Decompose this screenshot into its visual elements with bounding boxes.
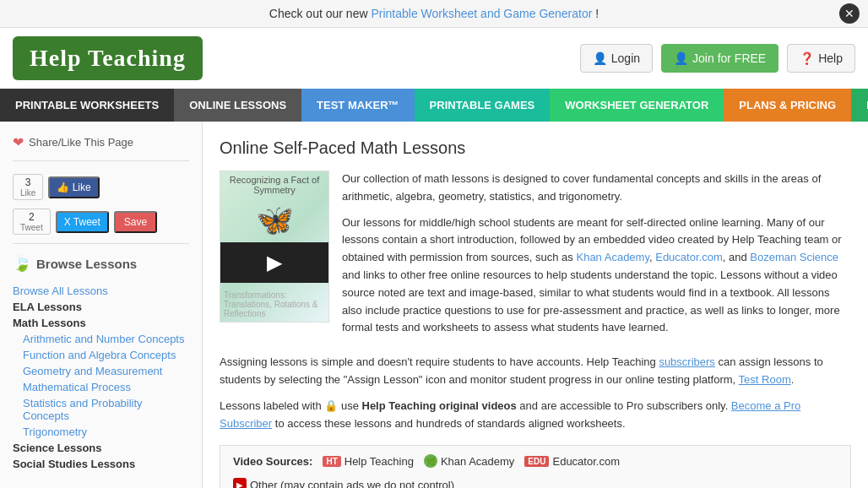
pro-notice: Lessons labeled with 🔒 use Help Teaching… [220, 398, 851, 433]
edu-label: Educator.com [552, 455, 620, 468]
fb-like-button[interactable]: 👍 Like [48, 176, 99, 198]
twitter-row: 2 Tweet X Tweet Save [13, 209, 189, 235]
browse-icon: 🍃 [13, 254, 31, 273]
save-button[interactable]: Save [114, 211, 157, 233]
navbar: PRINTABLE WORKSHEETS ONLINE LESSONS TEST… [0, 89, 868, 122]
vs-other: ▶ Other (may contain ads we do not contr… [233, 478, 454, 488]
edu-icon: EDU [524, 456, 549, 467]
sidebar-trigonometry[interactable]: Trigonometry [23, 424, 189, 440]
tweet-label: Tweet [20, 223, 43, 232]
vs-label: Video Sources: [233, 455, 312, 468]
video-thumbnail[interactable]: ▶ [220, 242, 328, 283]
logo: Help Teaching [13, 36, 203, 80]
browse-lessons-label: Browse Lessons [36, 257, 137, 271]
khan-icon: 🌿 [424, 454, 437, 468]
sidebar-browse-all[interactable]: Browse All Lessons [13, 283, 189, 299]
header: Help Teaching 👤 Login 👤 Join for FREE ❓ … [0, 28, 868, 89]
help-icon: ❓ [800, 52, 814, 65]
nav-online-lessons[interactable]: ONLINE LESSONS [174, 89, 301, 122]
pro-videos-label: Help Teaching original videos [362, 399, 517, 412]
butterfly-icon: 🦋 [256, 203, 294, 238]
fb-number: 3 [25, 176, 31, 188]
lock-icon: 🔒 [324, 399, 338, 412]
sidebar: ❤ Share/Like This Page 3 Like 👍 Like 2 T… [0, 122, 203, 488]
announcement-text: Check out our new [269, 7, 372, 20]
khan-link[interactable]: Khan Academy [576, 251, 648, 263]
announcement-link[interactable]: Printable Worksheet and Game Generator [371, 7, 592, 20]
video-sources: Video Sources: HT Help Teaching 🌿 Khan A… [220, 445, 851, 488]
main-content: ❤ Share/Like This Page 3 Like 👍 Like 2 T… [0, 122, 868, 488]
khan-label: Khan Academy [441, 455, 514, 468]
tweet-count: 2 Tweet [13, 209, 51, 235]
sidebar-arithmetic[interactable]: Arithmetic and Number Concepts [23, 331, 189, 347]
lesson-text: Our collection of math lessons is design… [342, 171, 851, 337]
bozeman-link[interactable]: Bozeman Science [750, 251, 838, 263]
nav-test-maker[interactable]: TEST MAKER™ [301, 89, 415, 122]
nav-worksheet-generator[interactable]: WORKSHEET GENERATOR [550, 89, 724, 122]
nav-plans-pricing[interactable]: PLANS & PRICING [724, 89, 851, 122]
lesson-image: Recognizing a Fact of Symmetry 🦋 ▶ Trans… [220, 171, 329, 323]
sidebar-science[interactable]: Science Lessons [13, 440, 189, 456]
login-label: Login [611, 52, 640, 65]
educator-link[interactable]: Educator.com [655, 251, 723, 263]
join-icon: 👤 [674, 52, 688, 65]
login-button[interactable]: 👤 Login [580, 44, 653, 73]
sidebar-math-process[interactable]: Mathematical Process [23, 379, 189, 395]
sidebar-ela[interactable]: ELA Lessons [13, 299, 189, 315]
ht-label: Help Teaching [344, 455, 414, 468]
tweet-button[interactable]: X Tweet [56, 211, 109, 233]
fb-count: 3 Like [13, 174, 43, 200]
help-label: Help [818, 52, 843, 65]
sidebar-math[interactable]: Math Lessons [13, 315, 189, 331]
subscribers-link[interactable]: subscribers [659, 355, 714, 368]
test-room-link[interactable]: Test Room [739, 373, 791, 386]
lesson-intro: Recognizing a Fact of Symmetry 🦋 ▶ Trans… [220, 171, 851, 337]
header-actions: 👤 Login 👤 Join for FREE ❓ Help [580, 44, 855, 73]
browse-lessons-header: 🍃 Browse Lessons [13, 243, 189, 273]
page-title: Online Self-Paced Math Lessons [220, 138, 851, 158]
sidebar-social-studies[interactable]: Social Studies Lessons [13, 456, 189, 472]
ht-icon: HT [323, 456, 340, 467]
share-icon: ❤ [13, 134, 24, 150]
nav-blog[interactable]: BLOG [851, 89, 868, 122]
intro-p2: Our lessons for middle/high school stude… [342, 214, 851, 338]
other-icon: ▶ [233, 478, 247, 488]
assign-notice: Assigning lessons is simple and doesn't … [220, 354, 851, 389]
intro-p1: Our collection of math lessons is design… [342, 171, 851, 206]
help-button[interactable]: ❓ Help [787, 44, 855, 73]
content-area: Online Self-Paced Math Lessons Recognizi… [203, 122, 868, 488]
other-label: Other (may contain ads we do not control… [250, 479, 454, 488]
tweet-number: 2 [29, 211, 35, 223]
announcement-bar: Check out our new Printable Worksheet an… [0, 0, 868, 28]
share-label: Share/Like This Page [29, 136, 133, 149]
sidebar-sub: Arithmetic and Number Concepts Function … [23, 331, 189, 440]
join-label: Join for FREE [692, 52, 766, 65]
close-button[interactable]: ✕ [839, 3, 860, 24]
join-button[interactable]: 👤 Join for FREE [661, 44, 778, 73]
vs-edu: EDU Educator.com [524, 455, 620, 468]
fb-label: Like [20, 188, 35, 198]
vs-khan: 🌿 Khan Academy [424, 454, 514, 468]
sidebar-statistics[interactable]: Statistics and Probability Concepts [23, 395, 189, 424]
share-section: ❤ Share/Like This Page [13, 134, 189, 161]
announcement-after: ! [595, 7, 599, 20]
nav-printable-games[interactable]: PRINTABLE GAMES [415, 89, 551, 122]
social-row: 3 Like 👍 Like [13, 174, 189, 200]
sidebar-function-algebra[interactable]: Function and Algebra Concepts [23, 347, 189, 363]
sidebar-geometry[interactable]: Geometry and Measurement [23, 363, 189, 379]
nav-printable-worksheets[interactable]: PRINTABLE WORKSHEETS [0, 89, 174, 122]
login-icon: 👤 [593, 52, 607, 65]
vs-ht: HT Help Teaching [323, 455, 414, 468]
